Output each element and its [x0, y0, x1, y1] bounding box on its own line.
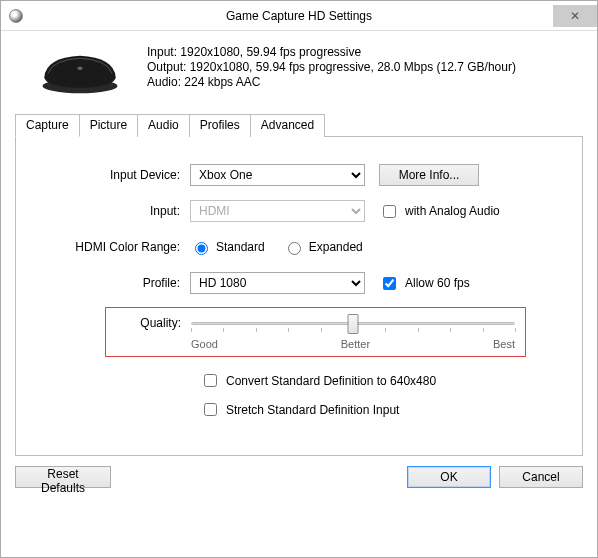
tab-container: Capture Picture Audio Profiles Advanced … — [15, 113, 583, 456]
with-analog-label: with Analog Audio — [405, 204, 500, 218]
quality-slider[interactable] — [191, 314, 515, 336]
device-image — [35, 45, 125, 95]
radio-standard-input[interactable] — [195, 242, 208, 255]
tab-body-capture: Input Device: Xbox One More Info... Inpu… — [15, 136, 583, 456]
radio-expanded-label: Expanded — [309, 240, 363, 254]
slider-label-best: Best — [493, 338, 515, 350]
radio-standard[interactable]: Standard — [190, 239, 265, 255]
tab-capture[interactable]: Capture — [15, 114, 80, 137]
profile-select[interactable]: HD 1080 — [190, 272, 365, 294]
convert-sd-label: Convert Standard Definition to 640x480 — [226, 374, 436, 388]
input-select: HDMI — [190, 200, 365, 222]
quality-slider-thumb[interactable] — [348, 314, 359, 334]
tab-picture[interactable]: Picture — [79, 114, 138, 137]
with-analog-checkbox[interactable]: with Analog Audio — [379, 202, 500, 221]
svg-point-1 — [77, 66, 82, 70]
more-info-button[interactable]: More Info... — [379, 164, 479, 186]
tab-strip: Capture Picture Audio Profiles Advanced — [15, 114, 583, 137]
convert-sd-checkbox[interactable]: Convert Standard Definition to 640x480 — [200, 371, 436, 390]
audio-info-line: Audio: 224 kbps AAC — [147, 75, 516, 90]
tab-profiles[interactable]: Profiles — [189, 114, 251, 137]
slider-label-good: Good — [191, 338, 218, 350]
radio-expanded[interactable]: Expanded — [283, 239, 363, 255]
dialog-content: Input: 1920x1080, 59.94 fps progressive … — [1, 31, 597, 498]
radio-expanded-input[interactable] — [288, 242, 301, 255]
stretch-sd-checkbox[interactable]: Stretch Standard Definition Input — [200, 400, 399, 419]
quality-row-highlight: Quality: — [105, 307, 526, 357]
window-title: Game Capture HD Settings — [1, 9, 597, 23]
label-profile: Profile: — [40, 276, 190, 290]
convert-sd-input[interactable] — [204, 374, 217, 387]
label-input: Input: — [40, 204, 190, 218]
device-info: Input: 1920x1080, 59.94 fps progressive … — [147, 45, 516, 95]
reset-defaults-button[interactable]: Reset Defaults — [15, 466, 111, 488]
titlebar: Game Capture HD Settings ✕ — [1, 1, 597, 31]
input-info-line: Input: 1920x1080, 59.94 fps progressive — [147, 45, 516, 60]
stretch-sd-label: Stretch Standard Definition Input — [226, 403, 399, 417]
label-hdmi-color: HDMI Color Range: — [40, 240, 190, 254]
input-device-select[interactable]: Xbox One — [190, 164, 365, 186]
output-info-line: Output: 1920x1080, 59.94 fps progressive… — [147, 60, 516, 75]
allow60-input[interactable] — [383, 277, 396, 290]
device-header: Input: 1920x1080, 59.94 fps progressive … — [35, 45, 583, 95]
allow60-checkbox[interactable]: Allow 60 fps — [379, 274, 470, 293]
slider-label-better: Better — [341, 338, 370, 350]
cancel-button[interactable]: Cancel — [499, 466, 583, 488]
allow60-label: Allow 60 fps — [405, 276, 470, 290]
label-quality: Quality: — [106, 314, 191, 330]
dialog-footer: Reset Defaults OK Cancel — [15, 466, 583, 488]
color-range-group: Standard Expanded — [190, 239, 363, 255]
with-analog-input[interactable] — [383, 205, 396, 218]
stretch-sd-input[interactable] — [204, 403, 217, 416]
label-input-device: Input Device: — [40, 168, 190, 182]
radio-standard-label: Standard — [216, 240, 265, 254]
ok-button[interactable]: OK — [407, 466, 491, 488]
tab-advanced[interactable]: Advanced — [250, 114, 325, 137]
tab-audio[interactable]: Audio — [137, 114, 190, 137]
